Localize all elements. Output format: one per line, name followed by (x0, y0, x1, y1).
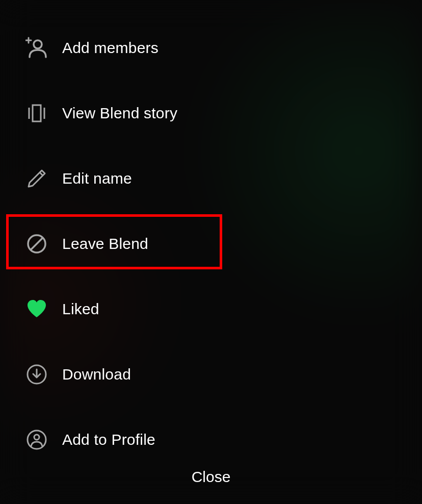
menu-item-label: Download (62, 366, 131, 383)
profile-icon (25, 429, 48, 451)
svg-line-6 (31, 238, 43, 250)
menu-item-view-blend-story[interactable]: View Blend story (0, 81, 422, 146)
menu-item-liked[interactable]: Liked (0, 276, 422, 342)
menu-item-download[interactable]: Download (0, 342, 422, 407)
context-menu: Add members View Blend story Edit name (0, 0, 422, 472)
menu-item-label: Liked (62, 300, 99, 318)
heart-icon (25, 298, 48, 320)
menu-item-edit-name[interactable]: Edit name (0, 146, 422, 211)
menu-item-label: View Blend story (62, 105, 177, 122)
menu-item-label: Edit name (62, 170, 132, 187)
menu-item-add-members[interactable]: Add members (0, 15, 422, 81)
svg-point-9 (34, 435, 39, 440)
close-bar: Close (0, 462, 422, 492)
pencil-icon (25, 167, 48, 190)
add-person-icon (25, 37, 48, 59)
menu-item-label: Add members (62, 39, 159, 57)
menu-item-label: Add to Profile (62, 431, 155, 448)
menu-item-leave-blend[interactable]: Leave Blend (0, 211, 422, 276)
close-button[interactable]: Close (176, 462, 246, 492)
block-icon (25, 233, 48, 255)
menu-item-label: Leave Blend (62, 235, 148, 253)
svg-rect-1 (33, 105, 41, 121)
svg-line-4 (40, 172, 43, 175)
story-icon (25, 102, 48, 124)
download-icon (25, 363, 48, 386)
svg-point-0 (34, 40, 42, 48)
